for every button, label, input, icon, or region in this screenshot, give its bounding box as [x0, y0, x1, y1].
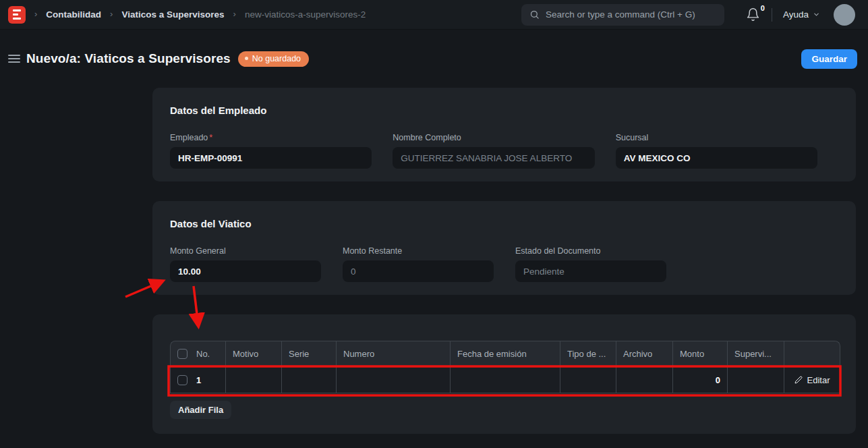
field-nombre-completo: Nombre Completo	[393, 133, 594, 169]
page-header: Nuevo/a: Viaticos a Supervisores No guar…	[0, 49, 868, 69]
col-supervisor: Supervi...	[727, 341, 784, 366]
cell-motivo[interactable]	[225, 366, 281, 393]
search-icon	[529, 9, 540, 20]
row-number: 1	[196, 375, 201, 385]
cell-fecha-de-emision[interactable]	[450, 366, 560, 393]
page-title: Nuevo/a: Viaticos a Supervisores	[26, 51, 231, 66]
field-monto-general: Monto General	[170, 246, 321, 282]
section-datos-del-empleado: Datos del Empleado Empleado* Nombre Comp…	[152, 88, 856, 181]
global-search-input[interactable]: Search or type a command (Ctrl + G)	[521, 4, 724, 26]
breadcrumb-chevron-icon: ›	[110, 9, 113, 19]
navbar: › Contabilidad › Viaticos a Supervisores…	[0, 0, 868, 30]
add-row-button[interactable]: Añadir Fila	[170, 401, 231, 419]
app-window: { "colors": { "accent_blue": "#2c8cf4", …	[0, 0, 868, 448]
breadcrumb-contabilidad[interactable]: Contabilidad	[46, 9, 101, 20]
status-dot-icon	[245, 57, 248, 60]
save-button[interactable]: Guardar	[801, 49, 857, 69]
help-menu-button[interactable]: Ayuda	[782, 7, 821, 22]
chevron-down-icon	[813, 11, 820, 18]
cell-numero[interactable]	[336, 366, 450, 393]
select-all-checkbox[interactable]	[177, 349, 187, 359]
table-header-row: No. Motivo Serie Numero Fecha de emisión…	[170, 341, 840, 366]
unsaved-status-badge: No guardado	[238, 51, 309, 67]
field-monto-restante: Monto Restante	[343, 246, 494, 282]
erpnext-logo-icon[interactable]	[8, 6, 26, 24]
col-archivo: Archivo	[616, 341, 672, 366]
col-fecha-de-emision: Fecha de emisión	[450, 341, 560, 366]
cell-archivo[interactable]	[616, 366, 672, 393]
section-datos-del-viatico: Datos del Viatico Monto General Monto Re…	[152, 201, 856, 295]
cell-tipo-de[interactable]	[560, 366, 616, 393]
col-motivo: Motivo	[225, 341, 281, 366]
field-estado-del-documento: Estado del Documento	[515, 246, 666, 282]
section-title: Datos del Empleado	[170, 105, 838, 116]
detalle-table: No. Motivo Serie Numero Fecha de emisión…	[170, 341, 840, 393]
navbar-divider	[772, 8, 772, 22]
edit-row-button[interactable]: Editar	[791, 375, 833, 385]
breadcrumb-chevron-icon: ›	[233, 9, 236, 19]
bell-icon	[746, 7, 761, 22]
field-sucursal: Sucursal	[616, 133, 817, 169]
form-body: Datos del Empleado Empleado* Nombre Comp…	[152, 88, 856, 434]
cell-monto[interactable]: 0	[672, 366, 727, 393]
pencil-icon	[794, 376, 803, 384]
search-placeholder: Search or type a command (Ctrl + G)	[546, 9, 695, 20]
field-empleado: Empleado*	[170, 133, 372, 169]
breadcrumb-current-doc: new-viaticos-a-supervisores-2	[245, 9, 366, 20]
cell-serie[interactable]	[281, 366, 336, 393]
nombre-completo-input	[393, 147, 594, 169]
col-monto: Monto	[672, 341, 727, 366]
section-title: Datos del Viatico	[170, 218, 838, 229]
empleado-input[interactable]	[170, 147, 372, 169]
cell-supervisor[interactable]	[727, 366, 784, 393]
section-detalle-grid: No. Motivo Serie Numero Fecha de emisión…	[152, 314, 856, 434]
monto-general-input[interactable]	[170, 260, 321, 282]
help-menu-label: Ayuda	[783, 9, 809, 20]
monto-restante-input	[343, 260, 494, 282]
required-asterisk: *	[209, 133, 212, 142]
user-avatar[interactable]	[834, 4, 855, 26]
row-checkbox[interactable]	[177, 375, 187, 385]
col-no: No.	[196, 349, 210, 359]
notification-count-badge: 0	[761, 4, 765, 12]
col-tipo-de: Tipo de ...	[560, 341, 616, 366]
col-numero: Numero	[336, 341, 450, 366]
estado-documento-input	[515, 260, 666, 282]
breadcrumb-chevron-icon: ›	[34, 9, 37, 19]
sidebar-toggle-icon[interactable]	[8, 55, 20, 63]
notifications-button[interactable]: 0	[746, 7, 761, 22]
sucursal-input[interactable]	[616, 147, 817, 169]
col-serie: Serie	[281, 341, 336, 366]
breadcrumb-viaticos-a-supervisores[interactable]: Viaticos a Supervisores	[121, 9, 224, 20]
col-edit	[784, 341, 840, 366]
table-row: 1 0 Editar	[170, 366, 840, 393]
